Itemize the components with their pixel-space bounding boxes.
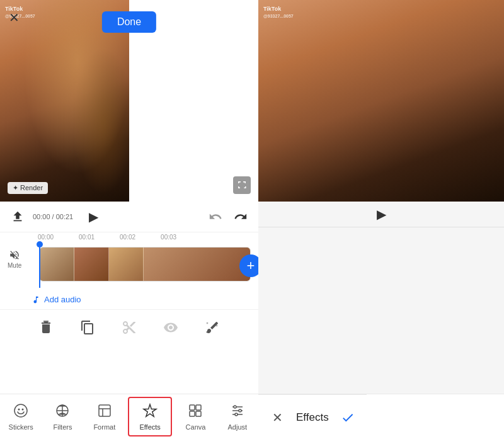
nav-item-filters[interactable]: Filters: [42, 394, 83, 439]
svg-point-2: [14, 404, 27, 417]
clip-thumb-3: [109, 248, 144, 281]
copy-tool[interactable]: [76, 316, 99, 339]
redo-button[interactable]: [231, 207, 251, 227]
main-container: ✕ Done TikTok @93327...0057 ✦ Render: [0, 0, 504, 394]
svg-point-16: [234, 406, 236, 408]
svg-rect-12: [196, 411, 201, 416]
toolbar: [0, 309, 258, 345]
bottom-nav-left: Stickers Filters Format: [0, 394, 258, 439]
nav-item-format[interactable]: Format: [84, 394, 125, 439]
right-controls: ▶: [258, 202, 504, 227]
close-button[interactable]: ✕: [9, 11, 20, 24]
format-icon: [97, 403, 112, 421]
nav-item-stickers[interactable]: Stickers: [0, 394, 42, 439]
svg-rect-11: [190, 411, 195, 416]
done-button[interactable]: Done: [102, 11, 156, 33]
effects-title: Effects: [296, 411, 329, 424]
svg-point-17: [239, 409, 241, 412]
cut-tool: [118, 316, 140, 339]
magic-tool[interactable]: [201, 316, 224, 339]
clip-thumb-1: [40, 248, 74, 281]
right-panel: TikTok @93327...0057 ▶: [258, 0, 504, 394]
right-dog-frame: [258, 0, 504, 202]
delete-tool[interactable]: [35, 316, 57, 339]
timeline-needle: [39, 244, 40, 288]
effects-icon: [142, 403, 158, 421]
render-badge[interactable]: ✦ Render: [8, 182, 48, 194]
svg-rect-10: [196, 405, 201, 410]
mute-control[interactable]: Mute: [8, 249, 21, 269]
nav-item-canva[interactable]: Canva: [175, 394, 216, 439]
clip-thumb-4: [144, 248, 250, 281]
filters-icon: [55, 403, 70, 421]
bottom-nav: Stickers Filters Format: [0, 394, 504, 439]
svg-rect-9: [190, 405, 195, 410]
right-play-button[interactable]: ▶: [377, 207, 386, 222]
canva-icon: [188, 403, 203, 421]
adjust-icon: [230, 403, 245, 421]
controls-row: 00:00 / 00:21 ▶: [0, 202, 258, 232]
right-video-preview: TikTok @93327...0057: [258, 0, 504, 202]
adjust-label: Adjust: [228, 423, 248, 431]
clip-thumb-2: [74, 248, 109, 281]
format-label: Format: [93, 423, 115, 431]
svg-point-3: [18, 408, 20, 410]
canva-label: Canva: [186, 423, 206, 431]
svg-point-4: [22, 408, 24, 410]
right-tiktok-watermark: TikTok @93327...0057: [263, 5, 294, 19]
nav-item-effects[interactable]: Effects: [128, 397, 172, 436]
timeline-track: +: [39, 247, 251, 285]
effects-label: Effects: [139, 423, 160, 431]
add-audio-row[interactable]: Add audio: [0, 290, 258, 309]
video-clips: [39, 247, 251, 282]
stickers-icon: [13, 403, 28, 421]
svg-point-18: [235, 413, 238, 416]
time-display: 00:00 / 00:21: [33, 213, 73, 220]
play-button[interactable]: ▶: [83, 207, 103, 227]
timeline-markers: 00:00 00:01 00:02 00:03: [0, 232, 258, 242]
right-bottom-bar: ✕ Effects: [258, 394, 367, 439]
timeline-area: Mute +: [0, 242, 258, 290]
eye-tool: [159, 316, 182, 339]
upload-button[interactable]: [8, 207, 28, 227]
effects-confirm-button[interactable]: [329, 411, 367, 425]
stickers-label: Stickers: [9, 423, 33, 431]
left-panel: ✕ Done TikTok @93327...0057 ✦ Render: [0, 0, 258, 394]
nav-item-adjust[interactable]: Adjust: [217, 394, 258, 439]
svg-rect-6: [99, 405, 110, 416]
filters-label: Filters: [54, 423, 72, 431]
undo-button[interactable]: [205, 207, 226, 227]
effects-panel: [258, 227, 504, 394]
effects-cancel-button[interactable]: ✕: [258, 410, 296, 425]
expand-button[interactable]: [233, 176, 251, 194]
